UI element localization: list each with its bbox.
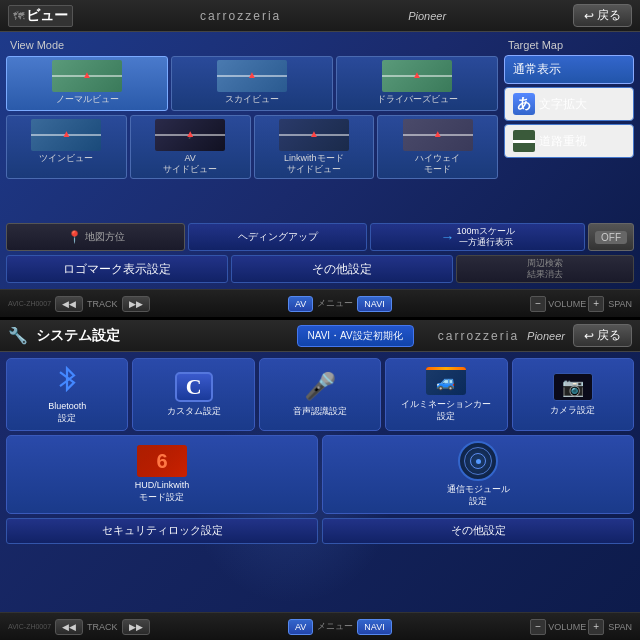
unit2-vol-down[interactable]: − [530,619,546,635]
target-map-section: Target Map 通常表示 あ 文字拡大 道路重視 [504,38,634,219]
road-icon [513,130,535,152]
unit1-span-label: SPAN [608,299,632,309]
tile-label-driver: ドライバーズビュー [377,94,458,105]
camera-emoji: 📷 [562,376,584,398]
settings-tile-custom[interactable]: C カスタム設定 [132,358,254,431]
unit1-navi-btn[interactable]: NAVI [357,296,391,312]
target-map-road-btn[interactable]: 道路重視 [504,124,634,158]
back-arrow-icon: ↩ [584,9,594,23]
settings-tile-comms[interactable]: 通信モジュール設定 [322,435,634,513]
heading-location-btn[interactable]: 📍 地図方位 [6,223,185,251]
comms-label: 通信モジュール設定 [447,484,510,507]
tile-preview-twin [31,119,101,151]
back-arrow-icon-2: ↩ [584,329,594,343]
unit1-model: AVIC-ZH0007 [8,300,51,307]
tile-label-normal: ノーマルビュー [56,94,119,105]
unit2-next-btn[interactable]: ▶▶ [122,619,150,635]
unit1-other-btn[interactable]: その他設定 [231,255,453,283]
unit2-back-button[interactable]: ↩ 戻る [573,324,632,347]
view-mode-section: View Mode ノーマルビュー スカイビュー ドライバーズビュー [6,38,498,219]
pioneer-logo-2: Pioneer [527,330,565,342]
settings-tile-camera[interactable]: 📷 カメラ設定 [512,358,634,431]
unit1-prev-btn[interactable]: ◀◀ [55,296,83,312]
hud-label: HUD/Linkwithモード設定 [135,480,190,503]
camera-label: カメラ設定 [550,405,595,417]
tile-preview-linkwith [279,119,349,151]
unit2-vol-up[interactable]: + [588,619,604,635]
peripheral-btn[interactable]: 周辺検索 結果消去 [456,255,634,283]
scale-btn[interactable]: → 100mスケール一方通行表示 [370,223,585,251]
unit1-track-label: TRACK [87,299,118,309]
hud-icon: 6 [137,445,187,477]
unit2-menu-label: メニュー [317,620,353,633]
view-tile-highway[interactable]: ハイウェイモード [377,115,498,179]
map-icon: 🗺 [13,10,24,22]
unit2-other-btn[interactable]: その他設定 [322,518,634,544]
tile-label-av-side: AVサイドビュー [163,153,217,175]
settings-tile-illumination[interactable]: 🚙 イルミネーションカー設定 [385,358,507,431]
logo-mark-btn[interactable]: ロゴマーク表示設定 [6,255,228,283]
view-tile-av-side[interactable]: ♪ AVサイドビュー [130,115,251,179]
unit2-span-label: SPAN [608,622,632,632]
tile-preview-normal [52,60,122,92]
unit2-header: 🔧 システム設定 NAVI・AV設定初期化 carrozzeria Pionee… [0,320,640,352]
custom-icon: C [175,372,213,402]
view-grid-row1: ノーマルビュー スカイビュー ドライバーズビュー [6,56,498,111]
target-map-enlarge-btn[interactable]: あ 文字拡大 [504,87,634,121]
hud-number: 6 [156,450,167,473]
view-tile-driver[interactable]: ドライバーズビュー [336,56,498,111]
unit1-next-btn[interactable]: ▶▶ [122,296,150,312]
camera-icon: 📷 [553,373,593,401]
unit1-vol-down[interactable]: − [530,296,546,312]
settings-tile-hud[interactable]: 6 HUD/Linkwithモード設定 [6,435,318,513]
unit2-volume-controls: − VOLUME + [530,619,604,635]
target-map-normal-btn[interactable]: 通常表示 [504,55,634,84]
view-tile-linkwith[interactable]: Linkwithモードサイドビュー [254,115,375,179]
comms-icon [458,441,498,481]
bluetooth-icon [56,365,78,397]
voice-label: 音声認識設定 [293,406,347,418]
illumination-icon: 🚙 [426,367,466,395]
security-btn[interactable]: セキュリティロック設定 [6,518,318,544]
unit2-vol-label: VOLUME [548,622,586,632]
bottom-row-btns: セキュリティロック設定 その他設定 [6,518,634,544]
unit1-vol-up[interactable]: + [588,296,604,312]
unit1-title: ビュー [26,7,68,25]
settings-grid-1: Bluetooth設定 C カスタム設定 🎤 音声認識設定 🚙 イルミネ [6,358,634,431]
unit1-screen: View Mode ノーマルビュー スカイビュー ドライバーズビュー [0,32,640,289]
unit2-prev-btn[interactable]: ◀◀ [55,619,83,635]
tile-label-highway: ハイウェイモード [415,153,460,175]
settings-tile-voice[interactable]: 🎤 音声認識設定 [259,358,381,431]
unit1-vol-label: VOLUME [548,299,586,309]
unit2-model: AVIC-ZH0007 [8,623,51,630]
unit1-menu-label: メニュー [317,297,353,310]
heading-mode-btn[interactable]: ヘディングアップ [188,223,367,251]
settings-grid-2: 6 HUD/Linkwithモード設定 通信モジュール設定 [6,435,634,513]
unit1-av-btn[interactable]: AV [288,296,313,312]
unit-1: 🗺 ビュー carrozzeria Pioneer ↩ 戻る View Mode… [0,0,640,320]
view-tile-sky[interactable]: スカイビュー [171,56,333,111]
unit2-navi-btn[interactable]: NAVI [357,619,391,635]
illumination-label: イルミネーションカー設定 [401,399,491,422]
illumination-bar [426,367,466,370]
custom-label: カスタム設定 [167,406,221,418]
tile-label-linkwith: Linkwithモードサイドビュー [284,153,344,175]
car-icon: 🚙 [436,372,456,391]
view-tile-normal[interactable]: ノーマルビュー [6,56,168,111]
unit2-track-label: TRACK [87,622,118,632]
pioneer-logo-1: Pioneer [408,10,446,22]
unit2-title: システム設定 [36,327,120,345]
settings-tile-bluetooth[interactable]: Bluetooth設定 [6,358,128,431]
last-row: ロゴマーク表示設定 その他設定 周辺検索 結果消去 [6,255,634,283]
view-tile-twin[interactable]: ツインビュー [6,115,127,179]
target-map-label: Target Map [504,38,634,52]
scale-off-btn[interactable]: OFF [588,223,634,251]
unit1-back-button[interactable]: ↩ 戻る [573,4,632,27]
init-btn[interactable]: NAVI・AV設定初期化 [297,325,414,347]
unit2-av-btn[interactable]: AV [288,619,313,635]
unit2-screen: Bluetooth設定 C カスタム設定 🎤 音声認識設定 🚙 イルミネ [0,352,640,612]
location-icon: 📍 [67,230,82,244]
unit1-title-block: 🗺 ビュー [8,5,73,27]
scale-label: 100mスケール一方通行表示 [456,226,515,248]
tile-preview-driver [382,60,452,92]
